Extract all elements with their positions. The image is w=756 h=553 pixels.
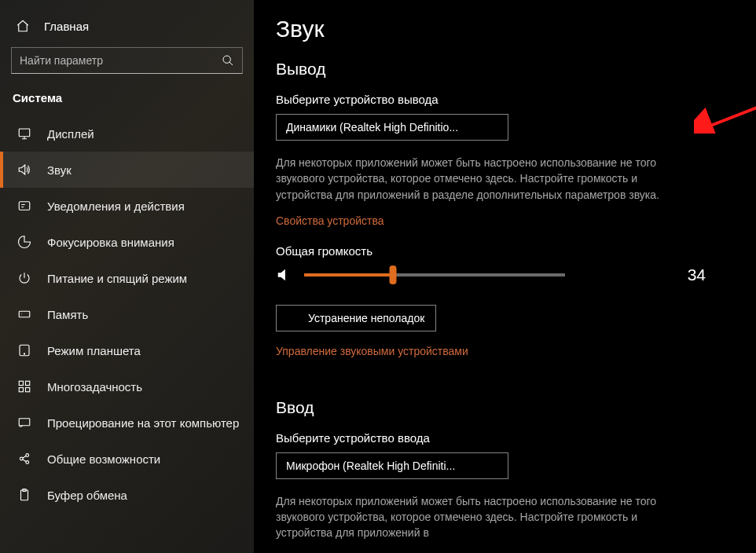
sidebar-item-notifications[interactable]: Уведомления и действия <box>0 188 254 224</box>
input-heading: Ввод <box>276 398 729 417</box>
slider-fill <box>304 273 393 276</box>
slider-thumb[interactable] <box>389 266 396 284</box>
home-link[interactable]: Главная <box>0 19 254 47</box>
volume-row: 34 <box>276 266 729 284</box>
svg-rect-6 <box>19 381 23 385</box>
notifications-icon <box>17 199 31 213</box>
volume-label: Общая громкость <box>276 244 729 258</box>
output-device-select[interactable]: Динамики (Realtek High Definitio... <box>276 114 508 141</box>
sidebar-item-label: Проецирование на этот компьютер <box>47 416 239 430</box>
device-properties-link[interactable]: Свойства устройства <box>276 214 384 227</box>
sidebar: Главная Система ДисплейЗвукУведомления и… <box>0 0 254 553</box>
sidebar-item-label: Многозадачность <box>47 380 142 394</box>
sidebar-item-label: Уведомления и действия <box>47 200 185 213</box>
sidebar-item-focus[interactable]: Фокусировка внимания <box>0 224 254 260</box>
display-icon <box>17 126 31 141</box>
sidebar-item-label: Фокусировка внимания <box>47 236 174 249</box>
sidebar-item-label: Дисплей <box>47 127 94 141</box>
input-desc: Для некоторых приложений может быть наст… <box>276 493 661 541</box>
storage-icon <box>17 307 31 321</box>
warning-icon <box>288 312 300 324</box>
manage-devices-link[interactable]: Управление звуковыми устройствами <box>276 345 468 357</box>
svg-point-11 <box>20 457 23 460</box>
chevron-down-icon <box>490 460 501 471</box>
output-select-label: Выберите устройство вывода <box>276 93 729 106</box>
svg-point-13 <box>26 461 29 464</box>
sidebar-item-label: Общие возможности <box>47 452 160 466</box>
sidebar-item-power[interactable]: Питание и спящий режим <box>0 260 254 296</box>
svg-rect-3 <box>19 311 30 317</box>
output-desc: Для некоторых приложений может быть наст… <box>276 155 661 203</box>
search-input[interactable] <box>20 54 215 67</box>
nav-list: ДисплейЗвукУведомления и действияФокусир… <box>0 115 254 553</box>
input-device-value: Микрофон (Realtek High Definiti... <box>286 460 484 472</box>
tablet-icon <box>17 343 31 357</box>
sidebar-item-label: Буфер обмена <box>47 489 127 502</box>
input-device-select[interactable]: Микрофон (Realtek High Definiti... <box>276 452 508 479</box>
sidebar-item-display[interactable]: Дисплей <box>0 115 254 152</box>
main-content: Звук Вывод Выберите устройство вывода Ди… <box>254 0 756 553</box>
search-icon <box>222 54 234 67</box>
svg-point-12 <box>26 454 29 457</box>
category-heading: Система <box>0 88 254 115</box>
sidebar-item-multitask[interactable]: Многозадачность <box>0 368 254 405</box>
svg-rect-9 <box>26 388 30 392</box>
volume-value: 34 <box>688 266 729 284</box>
chevron-down-icon <box>490 122 501 133</box>
projecting-icon <box>17 416 31 430</box>
sidebar-item-label: Звук <box>47 163 72 177</box>
page-title: Звук <box>276 16 729 42</box>
sidebar-item-projecting[interactable]: Проецирование на этот компьютер <box>0 405 254 441</box>
sidebar-item-label: Режим планшета <box>47 344 141 357</box>
troubleshoot-label: Устранение неполадок <box>308 312 424 324</box>
speaker-icon[interactable] <box>276 266 293 284</box>
volume-slider[interactable] <box>304 273 565 276</box>
input-select-label: Выберите устройство ввода <box>276 431 729 445</box>
sidebar-item-storage[interactable]: Память <box>0 296 254 332</box>
home-icon <box>16 19 30 33</box>
clipboard-icon <box>17 488 31 502</box>
sidebar-item-sound[interactable]: Звук <box>0 152 254 188</box>
svg-point-5 <box>24 353 24 354</box>
sound-icon <box>17 163 31 177</box>
output-device-value: Динамики (Realtek High Definitio... <box>286 121 484 134</box>
troubleshoot-button[interactable]: Устранение неполадок <box>276 305 436 331</box>
sidebar-item-label: Питание и спящий режим <box>47 272 187 285</box>
sidebar-item-shared[interactable]: Общие возможности <box>0 441 254 477</box>
search-box[interactable] <box>11 47 243 74</box>
sidebar-item-tablet[interactable]: Режим планшета <box>0 332 254 368</box>
multitask-icon <box>17 379 31 394</box>
svg-rect-7 <box>26 381 30 385</box>
svg-point-0 <box>223 56 230 63</box>
shared-icon <box>17 452 31 466</box>
output-heading: Вывод <box>276 60 729 79</box>
sidebar-item-clipboard[interactable]: Буфер обмена <box>0 477 254 513</box>
home-label: Главная <box>44 20 89 33</box>
svg-rect-2 <box>19 202 30 211</box>
svg-rect-1 <box>19 129 30 137</box>
svg-rect-8 <box>19 388 23 392</box>
power-icon <box>17 271 31 285</box>
sidebar-item-label: Память <box>47 308 88 321</box>
svg-rect-10 <box>19 419 30 426</box>
focus-icon <box>17 235 31 249</box>
